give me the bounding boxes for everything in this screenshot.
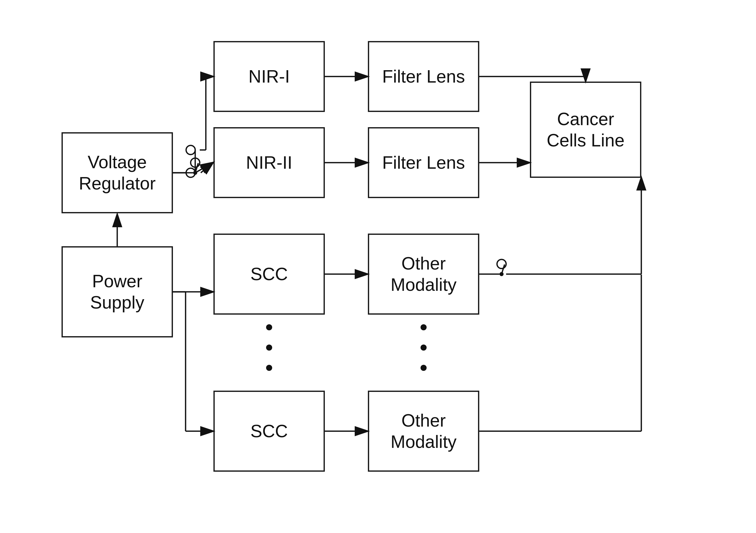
svg-point-37	[266, 365, 272, 371]
svg-line-22	[501, 265, 504, 274]
svg-point-40	[420, 365, 427, 371]
svg-point-36	[266, 345, 272, 351]
svg-point-20	[497, 259, 506, 268]
svg-point-35	[266, 324, 272, 330]
diagram-container: VoltageRegulator PowerSupply NIR-I NIR-I…	[49, 26, 707, 507]
svg-point-38	[420, 324, 427, 330]
svg-point-28	[186, 145, 195, 154]
svg-point-39	[420, 345, 427, 351]
